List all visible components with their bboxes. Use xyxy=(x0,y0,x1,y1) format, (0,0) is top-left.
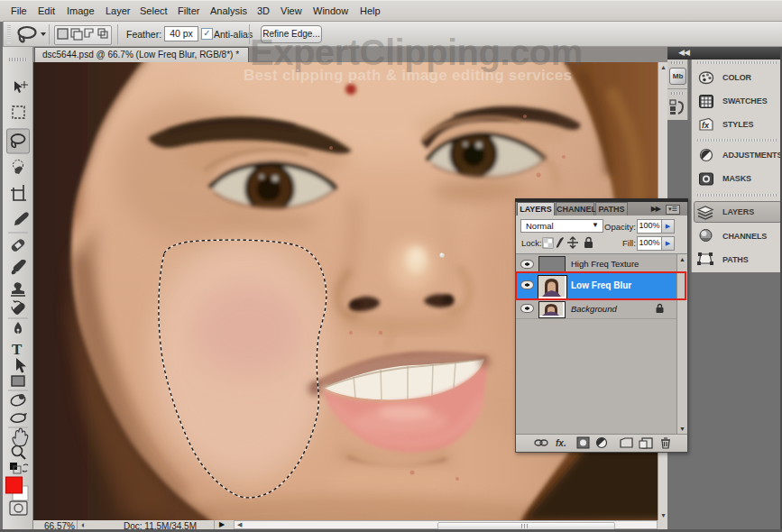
svg-text:fx: fx xyxy=(702,121,710,130)
svg-text:T: T xyxy=(12,341,23,358)
svg-text:fx.: fx. xyxy=(556,438,566,448)
